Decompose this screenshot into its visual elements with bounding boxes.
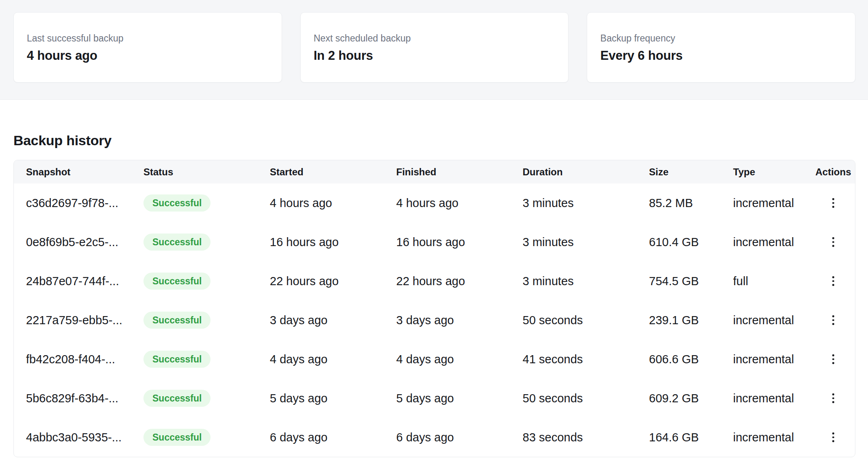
table-header: Snapshot Status Started Finished Duratio… [14, 160, 855, 183]
summary-card-value: 4 hours ago [27, 48, 269, 64]
summary-card: Backup frequency Every 6 hours [587, 12, 855, 83]
status-cell: Successful [131, 262, 258, 301]
started-cell: 22 hours ago [258, 262, 384, 301]
backup-history-title: Backup history [13, 132, 855, 149]
table-row: 24b87e07-744f-... Successful 22 hours ag… [14, 262, 855, 301]
table-body: c36d2697-9f78-... Successful 4 hours ago… [14, 183, 855, 457]
finished-cell: 5 days ago [384, 379, 510, 418]
started-cell: 5 days ago [258, 379, 384, 418]
duration-cell: 50 seconds [510, 379, 637, 418]
status-cell: Successful [131, 418, 258, 457]
column-header: Size [637, 160, 721, 183]
duration-cell: 41 seconds [510, 340, 637, 379]
row-actions-button[interactable] [825, 428, 842, 446]
actions-cell [812, 340, 855, 379]
snapshot-cell: 2217a759-ebb5-... [14, 301, 131, 340]
column-header: Actions [812, 160, 855, 183]
snapshot-cell: 4abbc3a0-5935-... [14, 418, 131, 457]
type-cell: incremental [721, 340, 812, 379]
column-header: Type [721, 160, 812, 183]
started-cell: 4 hours ago [258, 183, 384, 223]
type-cell: incremental [721, 379, 812, 418]
backup-history-section: Backup history Snapshot Status Started F… [0, 132, 868, 457]
column-header: Status [131, 160, 258, 183]
size-cell: 239.1 GB [637, 301, 721, 340]
summary-card-value: In 2 hours [314, 48, 556, 64]
snapshot-cell: fb42c208-f404-... [14, 340, 131, 379]
finished-cell: 4 hours ago [384, 183, 510, 223]
summary-card-label: Next scheduled backup [314, 32, 556, 44]
row-actions-button[interactable] [825, 350, 842, 368]
status-cell: Successful [131, 183, 258, 223]
started-cell: 6 days ago [258, 418, 384, 457]
status-cell: Successful [131, 301, 258, 340]
column-header: Duration [510, 160, 637, 183]
finished-cell: 3 days ago [384, 301, 510, 340]
finished-cell: 16 hours ago [384, 223, 510, 262]
started-cell: 4 days ago [258, 340, 384, 379]
snapshot-cell: 0e8f69b5-e2c5-... [14, 223, 131, 262]
started-cell: 16 hours ago [258, 223, 384, 262]
type-cell: full [721, 262, 812, 301]
row-actions-button[interactable] [825, 311, 842, 329]
backup-summary-section: Last successful backup 4 hours ago Next … [0, 0, 868, 100]
finished-cell: 6 days ago [384, 418, 510, 457]
snapshot-cell: c36d2697-9f78-... [14, 183, 131, 223]
snapshot-cell: 24b87e07-744f-... [14, 262, 131, 301]
status-cell: Successful [131, 379, 258, 418]
finished-cell: 4 days ago [384, 340, 510, 379]
actions-cell [812, 418, 855, 457]
size-cell: 164.6 GB [637, 418, 721, 457]
size-cell: 610.4 GB [637, 223, 721, 262]
status-badge: Successful [143, 234, 210, 251]
finished-cell: 22 hours ago [384, 262, 510, 301]
status-badge: Successful [143, 273, 210, 290]
table-row: 5b6c829f-63b4-... Successful 5 days ago … [14, 379, 855, 418]
duration-cell: 50 seconds [510, 301, 637, 340]
actions-cell [812, 301, 855, 340]
table-row: c36d2697-9f78-... Successful 4 hours ago… [14, 183, 855, 223]
size-cell: 754.5 GB [637, 262, 721, 301]
table-row: fb42c208-f404-... Successful 4 days ago … [14, 340, 855, 379]
type-cell: incremental [721, 183, 812, 223]
row-actions-button[interactable] [825, 389, 842, 407]
size-cell: 606.6 GB [637, 340, 721, 379]
table-row: 2217a759-ebb5-... Successful 3 days ago … [14, 301, 855, 340]
status-cell: Successful [131, 340, 258, 379]
started-cell: 3 days ago [258, 301, 384, 340]
row-actions-button[interactable] [825, 194, 842, 212]
column-header: Finished [384, 160, 510, 183]
duration-cell: 3 minutes [510, 183, 637, 223]
table-row: 4abbc3a0-5935-... Successful 6 days ago … [14, 418, 855, 457]
size-cell: 609.2 GB [637, 379, 721, 418]
summary-card-value: Every 6 hours [600, 48, 843, 64]
duration-cell: 3 minutes [510, 223, 637, 262]
size-cell: 85.2 MB [637, 183, 721, 223]
actions-cell [812, 379, 855, 418]
status-badge: Successful [143, 194, 210, 212]
type-cell: incremental [721, 223, 812, 262]
duration-cell: 83 seconds [510, 418, 637, 457]
summary-card: Last successful backup 4 hours ago [13, 12, 282, 83]
row-actions-button[interactable] [825, 233, 842, 251]
snapshot-cell: 5b6c829f-63b4-... [14, 379, 131, 418]
column-header: Started [258, 160, 384, 183]
status-badge: Successful [143, 312, 210, 329]
column-header: Snapshot [14, 160, 131, 183]
summary-cards-row: Last successful backup 4 hours ago Next … [13, 12, 855, 83]
type-cell: incremental [721, 301, 812, 340]
duration-cell: 3 minutes [510, 262, 637, 301]
actions-cell [812, 183, 855, 223]
row-actions-button[interactable] [825, 272, 842, 290]
actions-cell [812, 262, 855, 301]
status-badge: Successful [143, 390, 210, 407]
status-cell: Successful [131, 223, 258, 262]
type-cell: incremental [721, 418, 812, 457]
backup-history-table: Snapshot Status Started Finished Duratio… [14, 160, 855, 457]
status-badge: Successful [143, 429, 210, 446]
actions-cell [812, 223, 855, 262]
summary-card: Next scheduled backup In 2 hours [300, 12, 569, 83]
backup-history-table-card: Snapshot Status Started Finished Duratio… [13, 160, 855, 457]
summary-card-label: Last successful backup [27, 32, 269, 44]
table-row: 0e8f69b5-e2c5-... Successful 16 hours ag… [14, 223, 855, 262]
